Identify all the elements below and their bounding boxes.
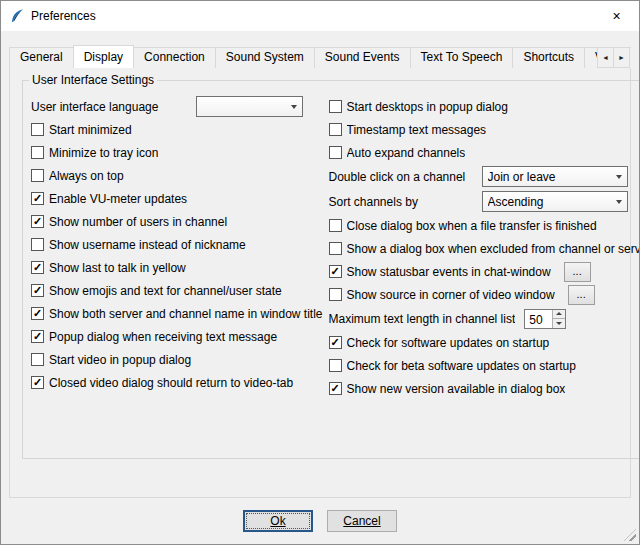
- tab-shortcuts[interactable]: Shortcuts: [512, 47, 585, 68]
- chevron-down-icon: [616, 175, 622, 179]
- arrow-left-icon: ◄: [602, 54, 609, 61]
- checkbox-row[interactable]: Start desktops in popup dialog: [329, 95, 640, 118]
- checkbox-row[interactable]: Start video in popup dialog: [31, 348, 323, 371]
- tab-scroll-right-button[interactable]: ►: [613, 47, 630, 68]
- checkbox-row[interactable]: Show source in corner of video window...: [329, 283, 640, 306]
- checkbox-row[interactable]: ✓Closed video dialog should return to vi…: [31, 371, 323, 394]
- spinbox-buttons: [552, 310, 565, 328]
- double-click-combobox[interactable]: Join or leave: [482, 166, 628, 187]
- sort-channels-combobox[interactable]: Ascending: [482, 191, 628, 212]
- checkbox-row[interactable]: Start minimized: [31, 118, 323, 141]
- checkbox-row[interactable]: ✓Check for software updates on startup: [329, 331, 640, 354]
- checkbox-label: Start video in popup dialog: [49, 353, 191, 367]
- checkbox-row[interactable]: ✓Popup dialog when receiving text messag…: [31, 325, 323, 348]
- checkbox-label: Show new version available in dialog box: [347, 382, 566, 396]
- checkbox-label: Enable VU-meter updates: [49, 192, 187, 206]
- checkbox-unchecked[interactable]: [329, 219, 342, 232]
- checkbox-checked[interactable]: ✓: [31, 376, 44, 389]
- checkbox-unchecked[interactable]: [31, 123, 44, 136]
- checkbox-unchecked[interactable]: [31, 353, 44, 366]
- checkbox-row[interactable]: ✓Enable VU-meter updates: [31, 187, 323, 210]
- statusbar-events-options-button[interactable]: ...: [564, 262, 591, 282]
- checkbox-checked[interactable]: ✓: [31, 307, 44, 320]
- checkbox-row[interactable]: Timestamp text messages: [329, 118, 640, 141]
- checkbox-label: Minimize to tray icon: [49, 146, 158, 160]
- tab-general[interactable]: General: [9, 47, 74, 68]
- tab-display[interactable]: Display: [73, 45, 134, 68]
- tab-connection[interactable]: Connection: [133, 47, 216, 68]
- preferences-window: Preferences × GeneralDisplayConnectionSo…: [0, 0, 640, 545]
- combo-row: Double click on a channelJoin or leave: [329, 164, 640, 189]
- app-feather-icon: [9, 8, 25, 24]
- left-column: User interface language Start minimizedM…: [31, 95, 323, 400]
- checkbox-label: Show emojis and text for channel/user st…: [49, 284, 282, 298]
- checkbox-checked[interactable]: ✓: [31, 261, 44, 274]
- combobox-value: Ascending: [488, 195, 544, 209]
- combo-label: Double click on a channel: [329, 170, 477, 184]
- checkbox-row[interactable]: Check for beta software updates on start…: [329, 354, 640, 377]
- checkbox-label: Show both server and channel name in win…: [49, 307, 323, 321]
- checkbox-unchecked[interactable]: [31, 169, 44, 182]
- checkbox-label: Auto expand channels: [347, 146, 466, 160]
- checkbox-checked[interactable]: ✓: [329, 336, 342, 349]
- video-source-options-button[interactable]: ...: [568, 285, 595, 305]
- chevron-down-icon: [291, 105, 297, 109]
- right-column: Start desktops in popup dialogTimestamp …: [323, 95, 640, 400]
- triangle-up-icon: [556, 312, 562, 315]
- tab-text-to-speech[interactable]: Text To Speech: [410, 47, 514, 68]
- cancel-button[interactable]: Cancel: [327, 510, 397, 532]
- checkbox-row[interactable]: ✓Show new version available in dialog bo…: [329, 377, 640, 400]
- checkbox-row[interactable]: ✓Show both server and channel name in wi…: [31, 302, 323, 325]
- checkbox-label: Show source in corner of video window: [347, 288, 555, 302]
- checkbox-row[interactable]: Show a dialog box when excluded from cha…: [329, 237, 640, 260]
- tab-sound-system[interactable]: Sound System: [215, 47, 315, 68]
- left-checkbox-list: Start minimizedMinimize to tray iconAlwa…: [31, 118, 323, 394]
- spin-down-button[interactable]: [553, 319, 565, 328]
- language-combobox[interactable]: [196, 96, 303, 117]
- close-button[interactable]: ×: [594, 1, 639, 31]
- checkbox-unchecked[interactable]: [329, 146, 342, 159]
- checkbox-checked[interactable]: ✓: [329, 265, 342, 278]
- checkbox-label: Show last to talk in yellow: [49, 261, 186, 275]
- checkbox-label: Show a dialog box when excluded from cha…: [347, 242, 640, 256]
- checkbox-row[interactable]: ✓Show statusbar events in chat-window...: [329, 260, 640, 283]
- checkbox-unchecked[interactable]: [31, 146, 44, 159]
- checkbox-label: Show username instead of nickname: [49, 238, 246, 252]
- max-text-length-spinbox[interactable]: 50: [524, 309, 566, 329]
- checkbox-label: Check for software updates on startup: [347, 336, 550, 350]
- groupbox-title: User Interface Settings: [29, 73, 157, 87]
- checkbox-row[interactable]: ✓Show emojis and text for channel/user s…: [31, 279, 323, 302]
- checkbox-checked[interactable]: ✓: [31, 215, 44, 228]
- checkbox-label: Show statusbar events in chat-window: [347, 265, 551, 279]
- ok-button[interactable]: Ok: [243, 510, 313, 532]
- checkbox-row[interactable]: Always on top: [31, 164, 323, 187]
- tab-scroll-left-button[interactable]: ◄: [597, 47, 614, 68]
- checkbox-checked[interactable]: ✓: [31, 330, 44, 343]
- checkbox-row[interactable]: ✓Show number of users in channel: [31, 210, 323, 233]
- checkbox-unchecked[interactable]: [329, 242, 342, 255]
- checkbox-checked[interactable]: ✓: [31, 284, 44, 297]
- spin-up-button[interactable]: [553, 310, 565, 319]
- checkbox-unchecked[interactable]: [329, 123, 342, 136]
- checkbox-unchecked[interactable]: [31, 238, 44, 251]
- checkbox-row[interactable]: Show username instead of nickname: [31, 233, 323, 256]
- checkbox-row[interactable]: Minimize to tray icon: [31, 141, 323, 164]
- checkbox-label: Popup dialog when receiving text message: [49, 330, 277, 344]
- checkbox-row[interactable]: ✓Show last to talk in yellow: [31, 256, 323, 279]
- tab-sound-events[interactable]: Sound Events: [314, 47, 411, 68]
- checkbox-checked[interactable]: ✓: [329, 382, 342, 395]
- checkbox-label: Check for beta software updates on start…: [347, 359, 576, 373]
- language-label: User interface language: [31, 100, 191, 114]
- checkbox-unchecked[interactable]: [329, 100, 342, 113]
- triangle-down-icon: [556, 322, 562, 325]
- checkbox-unchecked[interactable]: [329, 288, 342, 301]
- display-tab-panel: User Interface Settings User interface l…: [9, 67, 631, 498]
- checkbox-checked[interactable]: ✓: [31, 192, 44, 205]
- checkbox-row[interactable]: Close dialog box when a file transfer is…: [329, 214, 640, 237]
- settings-columns: User interface language Start minimizedM…: [23, 87, 640, 400]
- titlebar[interactable]: Preferences ×: [1, 1, 639, 31]
- checkbox-row[interactable]: Auto expand channels: [329, 141, 640, 164]
- checkbox-unchecked[interactable]: [329, 359, 342, 372]
- checkbox-label: Closed video dialog should return to vid…: [49, 376, 293, 390]
- checkbox-label: Start desktops in popup dialog: [347, 100, 508, 114]
